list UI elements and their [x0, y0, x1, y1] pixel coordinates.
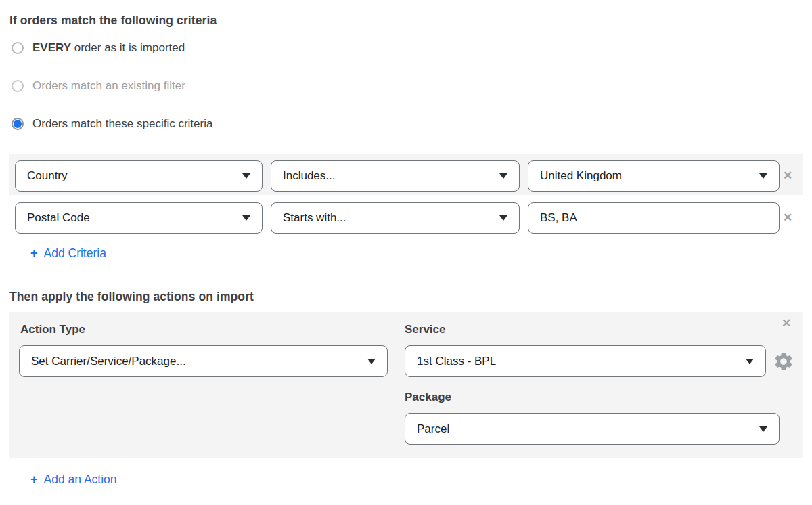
criteria-value-dropdown[interactable]: United Kingdom	[528, 160, 780, 192]
chevron-down-icon	[242, 215, 250, 221]
radio-option-label: Orders match an existing filter	[32, 79, 185, 93]
package-label: Package	[405, 391, 451, 404]
criteria-value: United Kingdom	[540, 169, 622, 183]
action-type-dropdown[interactable]: Set Carrier/Service/Package...	[19, 345, 388, 377]
radio-unselected-icon[interactable]	[12, 80, 24, 92]
radio-option-existing-filter[interactable]: Orders match an existing filter	[12, 77, 185, 95]
action-type-value: Set Carrier/Service/Package...	[31, 355, 186, 368]
criteria-operator-dropdown[interactable]: Includes...	[271, 160, 520, 192]
add-criteria-button[interactable]: + Add Criteria	[30, 246, 106, 261]
criteria-operator-value: Includes...	[283, 169, 336, 183]
plus-icon: +	[30, 246, 38, 261]
criteria-operator-value: Starts with...	[283, 211, 346, 225]
add-criteria-label: Add Criteria	[44, 246, 106, 261]
add-action-label: Add an Action	[44, 473, 117, 487]
remove-criteria-icon[interactable]: ✕	[783, 169, 792, 183]
radio-option-label: Orders match these specific criteria	[32, 117, 212, 131]
actions-heading: Then apply the following actions on impo…	[9, 290, 254, 304]
chevron-down-icon	[759, 426, 767, 432]
radio-option-specific-criteria[interactable]: Orders match these specific criteria	[12, 115, 212, 133]
criteria-heading: If orders match the following criteria	[9, 14, 217, 28]
package-value: Parcel	[417, 422, 449, 436]
criteria-value-input[interactable]	[528, 202, 780, 234]
action-type-label: Action Type	[20, 323, 85, 336]
criteria-operator-dropdown[interactable]: Starts with...	[271, 202, 520, 234]
chevron-down-icon	[499, 173, 508, 179]
criteria-field-dropdown[interactable]: Postal Code	[15, 202, 263, 234]
radio-unselected-icon[interactable]	[12, 42, 24, 54]
chevron-down-icon	[746, 359, 754, 364]
plus-icon: +	[30, 473, 38, 487]
radio-selected-icon[interactable]	[12, 118, 24, 130]
remove-criteria-icon[interactable]: ✕	[783, 211, 792, 225]
chevron-down-icon	[242, 173, 250, 179]
chevron-down-icon	[367, 359, 376, 364]
criteria-field-value: Postal Code	[27, 211, 90, 225]
criteria-field-value: Country	[27, 169, 68, 183]
service-label: Service	[405, 323, 446, 336]
automation-rule-editor: If orders match the following criteria E…	[0, 0, 812, 505]
chevron-down-icon	[759, 173, 767, 179]
add-action-button[interactable]: + Add an Action	[30, 473, 117, 487]
radio-option-every-order[interactable]: EVERY order as it is imported	[12, 39, 185, 57]
criteria-field-dropdown[interactable]: Country	[15, 160, 263, 192]
remove-action-icon[interactable]: ✕	[782, 317, 791, 330]
service-dropdown[interactable]: 1st Class - BPL	[405, 345, 766, 377]
chevron-down-icon	[499, 215, 508, 221]
gear-icon[interactable]	[773, 351, 794, 372]
package-dropdown[interactable]: Parcel	[405, 413, 780, 445]
service-value: 1st Class - BPL	[417, 355, 496, 368]
radio-option-label: EVERY order as it is imported	[32, 41, 185, 55]
